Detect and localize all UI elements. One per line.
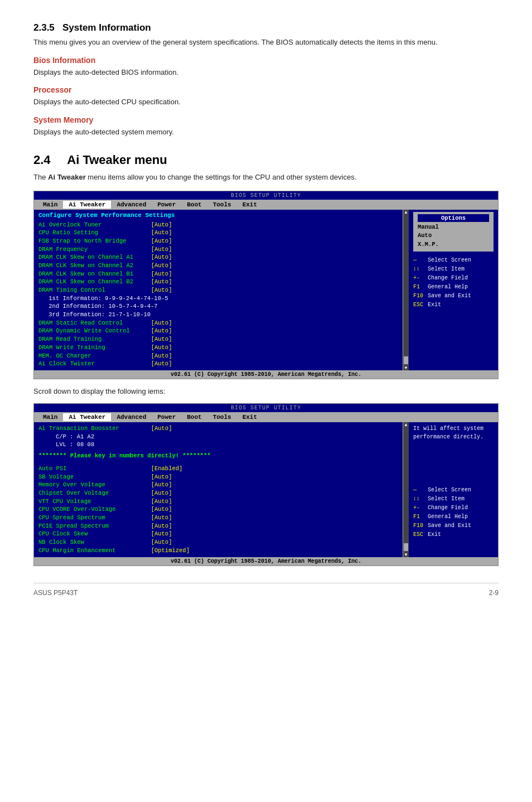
scroll-thumb-1: [404, 356, 408, 364]
bios-item-cpu-spread: CPU Spread Spectrum [Auto]: [38, 514, 398, 522]
bios-main-content-2: Ai Transaction Boosster [Auto] C/P : A1 …: [34, 422, 403, 557]
bios-menu-power-1: Power: [152, 201, 181, 209]
bios-item-auto-psi: Auto PSI [Enabled]: [38, 465, 398, 473]
footer-right: 2-9: [489, 589, 499, 597]
key-esc-2: ESCExit: [413, 530, 494, 539]
bios-menu-tools-1: Tools: [207, 201, 237, 209]
scroll-up-arrow-1: ▲: [403, 210, 409, 215]
bios-right-panel-1: Options Manual Auto X.M.P. ↔Select Scree…: [409, 210, 498, 370]
bios-options-title-1: Options: [418, 214, 489, 222]
bios-item-dram-clk-b1: DRAM CLK Skew on Channel B1 [Auto]: [38, 270, 398, 278]
key-select-screen-1: ↔Select Screen: [413, 256, 494, 265]
bios-menu-ai-tweaker-2: Ai Tweaker: [63, 413, 111, 421]
section-235-heading: 2.3.5 System Information: [33, 22, 499, 33]
bios-menu-ai-tweaker-1: Ai Tweaker: [63, 201, 111, 209]
scroll-up-arrow-2: ▲: [403, 422, 409, 427]
bios-menu-advanced-1: Advanced: [111, 201, 152, 209]
bios-item-ai-overclock: Ai Overclock Tuner [Auto]: [38, 221, 398, 229]
scroll-note: Scroll down to display the following iem…: [33, 387, 499, 395]
bios-item-fsb-strap: FSB Strap to North Bridge [Auto]: [38, 237, 398, 245]
bios-item-dram-write: DRAM Write Training [Auto]: [38, 344, 398, 352]
page-divider: [33, 583, 499, 583]
key-save-exit-2: F10Save and Exit: [413, 521, 494, 530]
key-change-field-2: +-Change Field: [413, 504, 494, 513]
bios-right-panel-2: It will affect system performance direct…: [409, 422, 498, 557]
bios-item-cpu-clock-skew: CPU Clock Skew [Auto]: [38, 530, 398, 538]
bios-menu-exit-1: Exit: [237, 201, 263, 209]
bios-option-auto: Auto: [418, 231, 489, 240]
bios-item-dram-read: DRAM Read Training [Auto]: [38, 335, 398, 344]
bios-option-xmp: X.M.P.: [418, 240, 489, 249]
bios-item-dram-static: DRAM Static Read Control [Auto]: [38, 319, 398, 327]
processor-desc: Displays the auto-detected CPU specifica…: [33, 96, 499, 108]
bios-item-mem-oc-charger: MEM. OC Charger [Auto]: [38, 352, 398, 360]
bios-body-2: Ai Transaction Boosster [Auto] C/P : A1 …: [34, 422, 498, 557]
subsection-system-memory: System Memory: [33, 115, 499, 124]
bios-indent-3rd: 3rd Information: 21-7-1-10-10: [38, 311, 398, 319]
bios-item-ai-clock: Ai Clock Twister [Auto]: [38, 360, 398, 368]
bios-item-pcie-spread: PCIE Spread Spectrum [Auto]: [38, 522, 398, 530]
bios-item-cpu-margin: CPU Margin Enhancement [Optimized]: [38, 547, 398, 555]
bios-menu-tools-2: Tools: [207, 413, 237, 421]
bios-menu-advanced-2: Advanced: [111, 413, 152, 421]
ai-tweaker-bold: Ai Tweaker: [48, 173, 86, 181]
bios-warning: ******** Please key in numbers directly!…: [38, 452, 398, 459]
bios-sub-lvl: LVL : 08 08: [38, 441, 398, 449]
bios-body-1: Configure System Performance Settings Ai…: [34, 210, 498, 370]
bios-item-dram-freq: DRAM Frequency [Auto]: [38, 245, 398, 254]
bios-item-transaction: Ai Transaction Boosster [Auto]: [38, 424, 398, 433]
system-memory-desc: Displays the auto-detected system memory…: [33, 127, 499, 138]
bios-indent-1st: 1st Informaton: 9-9-9-24-4-74-10-5: [38, 294, 398, 303]
section-235-intro: This menu gives you an overview of the g…: [33, 37, 499, 48]
bios-menu-exit-2: Exit: [237, 413, 263, 421]
bios-footer-2: v02.61 (C) Copyright 1985-2010, American…: [34, 557, 498, 566]
bios-section-header-1: Configure System Performance Settings: [38, 212, 398, 219]
bios-item-vtt-cpu: VTT CPU Voltage [Auto]: [38, 497, 398, 506]
bios-title-2: BIOS SETUP UTILITY: [34, 404, 498, 412]
bios-item-dram-clk-b2: DRAM CLK Skew on Channel B2 [Auto]: [38, 278, 398, 286]
key-select-item-1: ↕↕Select Item: [413, 265, 494, 274]
bios-item-sb-voltage: SB Voltage [Auto]: [38, 473, 398, 481]
bios-item-dram-dynamic: DRAM Dynamic Write Control [Auto]: [38, 327, 398, 335]
bios-menu-boot-2: Boot: [181, 413, 207, 421]
bios-key-help-1: ↔Select Screen ↕↕Select Item +-Change Fi…: [413, 256, 494, 310]
key-general-help-1: F1General Help: [413, 283, 494, 292]
scroll-down-arrow-1: ▼: [403, 365, 409, 370]
section-24: 2.4 Ai Tweaker menu The Ai Tweaker menu …: [33, 153, 499, 566]
bios-menu-bar-1: Main Ai Tweaker Advanced Power Boot Tool…: [34, 200, 498, 210]
bios-item-cpu-vcore: CPU VCORE Over-Voltage [Auto]: [38, 505, 398, 514]
bios-left-panel-2: Ai Transaction Boosster [Auto] C/P : A1 …: [34, 422, 403, 557]
bios-item-memory-over-voltage: Memory Over Voltage [Auto]: [38, 481, 398, 489]
bios-indent-2nd: 2nd Information: 10-5-7-4-9-4-7: [38, 302, 398, 311]
bios-menu-bar-2: Main Ai Tweaker Advanced Power Boot Tool…: [34, 412, 498, 422]
bios-menu-main-1: Main: [37, 201, 63, 209]
bios-menu-main-2: Main: [37, 413, 63, 421]
bios-box-1: BIOS SETUP UTILITY Main Ai Tweaker Advan…: [33, 191, 499, 379]
bios-item-dram-timing: DRAM Timing Control [Auto]: [38, 286, 398, 294]
bios-scrollbar-1: ▲ ▼: [403, 210, 409, 370]
bios-item-nb-clock-skew: NB Clock Skew [Auto]: [38, 538, 398, 547]
key-select-item-2: ↕↕Select Item: [413, 495, 494, 504]
bios-footer-1: v02.61 (C) Copyright 1985-2010, American…: [34, 370, 498, 379]
footer-left: ASUS P5P43T: [33, 589, 78, 597]
key-save-exit-1: F10Save and Exit: [413, 292, 494, 301]
key-general-help-2: F1General Help: [413, 513, 494, 521]
scroll-down-arrow-2: ▼: [403, 552, 409, 557]
bios-menu-boot-1: Boot: [181, 201, 207, 209]
bios-info-desc: Displays the auto-detected BIOS informat…: [33, 67, 499, 78]
bios-item-cpu-ratio: CPU Ratio Setting [Auto]: [38, 229, 398, 237]
bios-item-dram-clk-a2: DRAM CLK Skew on Channel A2 [Auto]: [38, 262, 398, 270]
bios-main-content-1: Configure System Performance Settings Ai…: [34, 210, 403, 370]
subsection-bios-info: Bios Information: [33, 56, 499, 65]
section-235: 2.3.5 System Information This menu gives…: [33, 22, 499, 137]
bios-title-1: BIOS SETUP UTILITY: [34, 191, 498, 200]
key-esc-1: ESCExit: [413, 301, 494, 310]
bios-item-chipset-over-voltage: Chipset Over Voltage [Auto]: [38, 489, 398, 497]
bios-menu-power-2: Power: [152, 413, 181, 421]
bios-item-dram-clk-a1: DRAM CLK Skew on Channel A1 [Auto]: [38, 253, 398, 262]
key-select-screen-2: ↔Select Screen: [413, 486, 494, 495]
key-change-field-1: +-Change Field: [413, 274, 494, 283]
bios-key-help-2: ↔Select Screen ↕↕Select Item +-Change Fi…: [413, 486, 494, 539]
bios-box-2: BIOS SETUP UTILITY Main Ai Tweaker Advan…: [33, 403, 499, 566]
bios-right-info-2: It will affect system performance direct…: [413, 424, 494, 441]
